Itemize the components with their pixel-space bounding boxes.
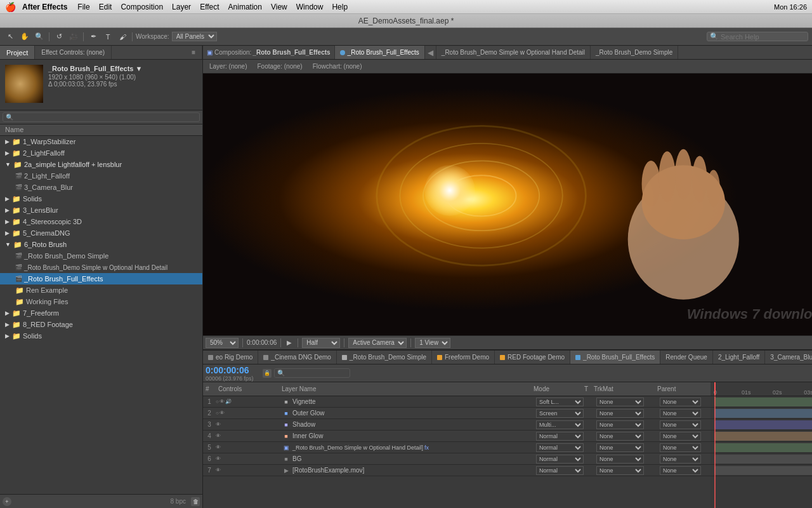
timeline-tab-rig[interactable]: eo Rig Demo <box>203 351 258 364</box>
mode-select-6[interactable]: Normal <box>536 455 584 464</box>
prev-tab-btn[interactable]: ◀ <box>425 46 436 59</box>
menu-edit[interactable]: Edit <box>99 3 112 11</box>
solo-btn-1[interactable]: ○ <box>216 399 219 404</box>
parent-select-2[interactable]: None <box>660 409 701 418</box>
solo-btn-2[interactable]: ○ <box>216 410 219 416</box>
menu-effect[interactable]: Effect <box>200 3 219 11</box>
list-item[interactable]: ▼📁2a_simple Lightfalloff + lensblur <box>0 159 202 170</box>
table-row[interactable]: 5 👁 ▣ _Roto Brush_Demo Simple w Optional… <box>203 442 710 453</box>
timeline-tab-red[interactable]: RED Footage Demo <box>495 351 570 364</box>
table-row[interactable]: 2 ○ 👁 ■ Outer Glow Screen <box>203 408 710 419</box>
project-search-input[interactable] <box>3 112 200 122</box>
vis-btn-4[interactable]: 👁 <box>216 433 221 439</box>
vis-btn-7[interactable]: 👁 <box>216 467 221 473</box>
tab-effect-controls[interactable]: Effect Controls: (none) <box>35 46 112 59</box>
menu-file[interactable]: File <box>77 3 89 11</box>
timeline-tab-camera[interactable]: 3_Camera_Blur <box>765 351 812 364</box>
parent-select-7[interactable]: None <box>660 466 701 475</box>
trkmatte-select-3[interactable]: None <box>596 420 644 429</box>
timeline-tab-light[interactable]: 2_Light_Falloff <box>713 351 765 364</box>
list-item[interactable]: ▼📁6_Roto Brush <box>0 239 202 250</box>
workspace-select[interactable]: All Panels <box>172 32 217 41</box>
parent-select-6[interactable]: None <box>660 455 701 464</box>
mode-select-1[interactable]: Soft L... <box>536 398 584 406</box>
timeline-tab-roto-full[interactable]: _Roto Brush_Full_Effects <box>570 351 660 364</box>
parent-select-4[interactable]: None <box>660 432 701 441</box>
play-stop-btn[interactable]: ▶ <box>285 338 294 347</box>
view-select[interactable]: 1 View <box>415 338 450 348</box>
delete-btn[interactable]: 🗑 <box>191 497 200 506</box>
table-row[interactable]: 3 👁 ■ Shadow Multi... Non <box>203 419 710 431</box>
new-item-btn[interactable]: + <box>3 497 11 506</box>
list-item[interactable]: ▶📁8_RED Footage <box>0 319 202 330</box>
timeline-tab-freeform[interactable]: Freeform Demo <box>432 351 495 364</box>
list-item[interactable]: ▶📁1_WarpStabilizer <box>0 136 202 147</box>
search-help-input[interactable] <box>721 33 803 41</box>
list-item[interactable]: ▶📁Solids <box>0 330 202 342</box>
vis-btn-1[interactable]: 👁 <box>219 399 225 404</box>
menu-view[interactable]: View <box>271 3 287 11</box>
list-item[interactable]: ▶📁7_Freeform <box>0 307 202 319</box>
trkmatte-select-4[interactable]: None <box>596 432 644 441</box>
table-row[interactable]: 6 👁 ■ BG Normal None <box>203 453 710 465</box>
apple-menu[interactable]: 🍎 <box>5 2 16 12</box>
list-item[interactable]: ▶📁4_Stereoscopic 3D <box>0 216 202 227</box>
audio-btn-1[interactable]: 🔊 <box>225 399 232 404</box>
list-item[interactable]: ▶📁Solids <box>0 193 202 204</box>
camera-tool[interactable]: 🎥 <box>67 31 80 43</box>
tab-project[interactable]: Project <box>0 46 35 59</box>
select-tool[interactable]: ↖ <box>4 31 16 43</box>
mode-select-2[interactable]: Screen <box>536 409 584 418</box>
list-item[interactable]: 🎬_Roto Brush_Demo Simple <box>0 250 202 262</box>
timeline-tab-cinema[interactable]: _Cinema DNG Demo <box>258 351 336 364</box>
menu-layer[interactable]: Layer <box>172 3 191 11</box>
parent-select-3[interactable]: None <box>660 420 701 429</box>
table-row[interactable]: 4 👁 ■ Inner Glow Normal N <box>203 431 710 442</box>
parent-select-1[interactable]: None <box>660 398 701 406</box>
timeline-search-input[interactable] <box>274 368 350 378</box>
mode-select-5[interactable]: Normal <box>536 443 584 452</box>
list-item[interactable]: 🎬_Roto Brush_Demo Simple w Optional Hand… <box>0 262 202 273</box>
list-item[interactable]: ▶📁5_CinemaDNG <box>0 227 202 239</box>
comp-tab-main[interactable]: _Roto Brush_Full_Effects <box>335 46 425 59</box>
vis-btn-5[interactable]: 👁 <box>216 444 221 450</box>
pen-tool[interactable]: ✒ <box>87 31 100 43</box>
list-item[interactable]: 🎬2_Light_Falloff <box>0 170 202 182</box>
table-row[interactable]: 1 ○ 👁 🔊 ■ Vignette <box>203 396 710 408</box>
camera-select[interactable]: Active Camera <box>348 338 407 348</box>
brush-tool[interactable]: 🖌 <box>116 31 129 43</box>
text-tool[interactable]: T <box>102 31 114 43</box>
timeline-tab-render[interactable]: Render Queue <box>660 351 713 364</box>
rotate-tool[interactable]: ↺ <box>53 31 65 43</box>
footage-view-tab[interactable]: Footage: (none) <box>253 62 306 70</box>
mode-select-7[interactable]: Normal <box>536 466 584 475</box>
mode-select-4[interactable]: Normal <box>536 432 584 441</box>
list-item[interactable]: ▶📁2_LightFalloff <box>0 147 202 159</box>
menu-animation[interactable]: Animation <box>228 3 262 11</box>
zoom-select[interactable]: 50%25%100% <box>206 338 239 348</box>
trkmatte-select-6[interactable]: None <box>596 455 644 464</box>
layer-view-tab[interactable]: Layer: (none) <box>206 62 251 70</box>
comp-tab-2[interactable]: _Roto Brush_Demo Simple w Optional Hand … <box>436 46 591 59</box>
list-item[interactable]: 📁Ren Example <box>0 284 202 296</box>
trkmatte-select-5[interactable]: None <box>596 443 644 452</box>
vis-btn-3[interactable]: 👁 <box>216 422 221 427</box>
resolution-select[interactable]: HalfFullQuarter <box>302 338 340 348</box>
trkmatte-select-2[interactable]: None <box>596 409 644 418</box>
menu-composition[interactable]: Composition <box>121 3 163 11</box>
timeline-tab-roto-simple[interactable]: _Roto Brush_Demo Simple <box>337 351 432 364</box>
flowchart-view-tab[interactable]: Flowchart: (none) <box>309 62 366 70</box>
list-item[interactable]: 🎬3_Camera_Blur <box>0 182 202 193</box>
trkmatte-select-7[interactable]: None <box>596 466 644 475</box>
trkmatte-select-1[interactable]: None <box>596 398 644 406</box>
vis-btn-2[interactable]: 👁 <box>219 410 225 416</box>
list-item[interactable]: ▶📁3_LensBlur <box>0 204 202 216</box>
menu-window[interactable]: Window <box>296 3 324 11</box>
zoom-tool[interactable]: 🔍 <box>33 31 46 43</box>
mode-select-3[interactable]: Multi... <box>536 420 584 429</box>
hand-tool[interactable]: ✋ <box>18 31 31 43</box>
panel-menu-btn[interactable]: ≡ <box>185 46 202 59</box>
menu-help[interactable]: Help <box>332 3 348 11</box>
table-row[interactable]: 7 👁 ▶ [RotoBrushExample.mov] Normal <box>203 465 710 476</box>
list-item[interactable]: 📁Working Files <box>0 296 202 307</box>
